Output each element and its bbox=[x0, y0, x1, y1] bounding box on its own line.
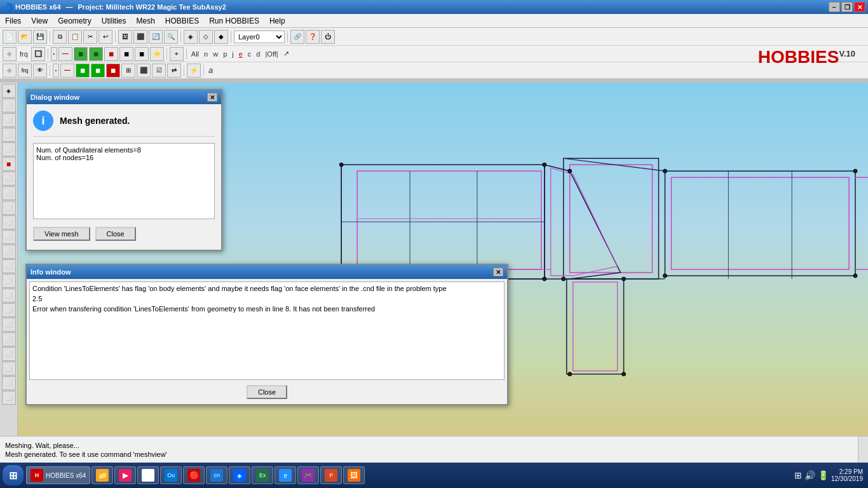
snap-j[interactable]: j bbox=[230, 50, 235, 58]
taskbar-app-red[interactable]: 🔴 bbox=[183, 466, 205, 484]
tb3-check[interactable]: ☑ bbox=[152, 64, 166, 78]
layer-select[interactable]: Layer0 bbox=[234, 30, 285, 43]
render-btn1[interactable]: ◈ bbox=[184, 30, 198, 44]
minimize-button[interactable]: − bbox=[829, 2, 840, 12]
open-btn[interactable]: 📂 bbox=[18, 30, 32, 44]
tb3-red[interactable]: — bbox=[60, 64, 74, 78]
start-button[interactable]: ⊞ bbox=[3, 465, 24, 485]
line-btn[interactable]: — bbox=[58, 47, 72, 61]
view-btn1[interactable]: 🖼 bbox=[118, 30, 132, 44]
menu-help[interactable]: Help bbox=[264, 14, 290, 27]
sb-btn-14[interactable]: ⬜ bbox=[2, 274, 16, 288]
taskbar-media[interactable]: ▶ bbox=[114, 466, 136, 484]
tb3-arrows[interactable]: ⇄ bbox=[167, 64, 181, 78]
close-button[interactable]: ✕ bbox=[854, 2, 865, 12]
taskbar-ppt[interactable]: P bbox=[320, 466, 342, 484]
sb-btn-12[interactable]: ⬜ bbox=[2, 245, 16, 259]
sb-btn-22[interactable]: ⬜ bbox=[2, 391, 16, 405]
sb-btn-1[interactable]: ◈ bbox=[2, 84, 16, 98]
sb-btn-8[interactable]: ⬜ bbox=[2, 186, 16, 200]
copy-btn[interactable]: ⧉ bbox=[53, 30, 67, 44]
info-close-button[interactable]: Close bbox=[247, 385, 287, 399]
sb-btn-19[interactable]: ⬜ bbox=[2, 347, 16, 361]
sb-btn-6[interactable]: ◼ bbox=[2, 157, 16, 171]
tb3-select[interactable]: ⊹ bbox=[3, 64, 17, 78]
tb3-g1[interactable]: ◼ bbox=[76, 64, 90, 78]
sb-btn-7[interactable]: ⬜ bbox=[2, 172, 16, 186]
point-btn[interactable]: · bbox=[51, 47, 57, 61]
menu-hobbies[interactable]: HOBBIES bbox=[160, 14, 204, 27]
poly-btn[interactable]: ◼ bbox=[74, 47, 88, 61]
arc-btn[interactable]: ◼ bbox=[104, 47, 118, 61]
sb-btn-3[interactable]: ⬜ bbox=[2, 113, 16, 127]
snap-run[interactable]: ↗ bbox=[281, 50, 291, 58]
sb-btn-17[interactable]: ⬜ bbox=[2, 318, 16, 332]
sb-btn-21[interactable]: ⬜ bbox=[2, 376, 16, 390]
sb-btn-10[interactable]: ⬜ bbox=[2, 215, 16, 229]
info-text-area[interactable]: Condition 'LinesToElements' has flag 'on… bbox=[29, 281, 505, 380]
view-mesh-button[interactable]: View mesh bbox=[33, 227, 90, 241]
power-btn[interactable]: ⏻ bbox=[321, 30, 335, 44]
sb-btn-20[interactable]: ⬜ bbox=[2, 362, 16, 376]
snap-off[interactable]: |Off| bbox=[263, 50, 280, 58]
dialog-close-button[interactable]: Close bbox=[95, 227, 136, 241]
taskbar-outlook[interactable]: Ou bbox=[160, 466, 182, 484]
taskbar-excel[interactable]: Ex bbox=[252, 466, 273, 484]
taskbar-hobbies[interactable]: H HOBBIES x64 bbox=[26, 466, 90, 484]
status-scrollbar[interactable] bbox=[858, 437, 868, 463]
snap-w[interactable]: w bbox=[211, 50, 220, 58]
sb-btn-4[interactable]: ⬜ bbox=[2, 128, 16, 142]
taskbar-app2[interactable]: cn bbox=[206, 466, 227, 484]
tb3-grid[interactable]: ⊞ bbox=[121, 64, 135, 78]
cut-btn[interactable]: ✂ bbox=[83, 30, 97, 44]
new-btn[interactable]: 📄 bbox=[3, 30, 17, 44]
tb3-flash[interactable]: ⚡ bbox=[187, 64, 201, 78]
view-btn2[interactable]: ⬛ bbox=[133, 30, 147, 44]
taskbar-ie[interactable]: e bbox=[275, 466, 296, 484]
menu-mesh[interactable]: Mesh bbox=[132, 14, 160, 27]
rotate-btn[interactable]: 🔄 bbox=[149, 30, 163, 44]
restore-button[interactable]: ❐ bbox=[841, 2, 853, 12]
tb3-g2[interactable]: ◼ bbox=[91, 64, 105, 78]
snap-c[interactable]: c bbox=[246, 50, 254, 58]
taskbar-dropbox[interactable]: ◈ bbox=[229, 466, 250, 484]
sb-btn-16[interactable]: ⬜ bbox=[2, 303, 16, 317]
info-close-x-button[interactable]: ✕ bbox=[493, 268, 503, 276]
snap-n[interactable]: n bbox=[202, 50, 210, 58]
clock[interactable]: 2:29 PM 12/30/2019 bbox=[831, 468, 863, 482]
select-btn[interactable]: ⊹ bbox=[3, 47, 17, 61]
snap-e[interactable]: e bbox=[237, 50, 245, 58]
snap-btn[interactable]: ⌖ bbox=[170, 47, 184, 61]
sb-btn-11[interactable]: ⬜ bbox=[2, 230, 16, 244]
tb3-b1[interactable]: ⬛ bbox=[137, 64, 151, 78]
sb-btn-18[interactable]: ⬜ bbox=[2, 332, 16, 346]
zoom-btn[interactable]: 🔍 bbox=[164, 30, 178, 44]
menu-view[interactable]: View bbox=[26, 14, 53, 27]
sb-btn-15[interactable]: ⬜ bbox=[2, 288, 16, 302]
dialog-close-x-button[interactable]: ✕ bbox=[207, 93, 217, 102]
menu-files[interactable]: Files bbox=[0, 14, 26, 27]
render-btn2[interactable]: ◇ bbox=[199, 30, 213, 44]
tb2-btn1[interactable]: 🔲 bbox=[31, 47, 45, 61]
sb-btn-9[interactable]: ⬜ bbox=[2, 201, 16, 215]
sb-btn-13[interactable]: ⬜ bbox=[2, 259, 16, 273]
tb3-eye[interactable]: 👁 bbox=[33, 64, 47, 78]
circle-btn[interactable]: ◼ bbox=[89, 47, 103, 61]
snap-p[interactable]: p bbox=[221, 50, 229, 58]
render-btn3[interactable]: ◆ bbox=[214, 30, 228, 44]
surf-btn[interactable]: ◼ bbox=[135, 47, 149, 61]
tb3-c1[interactable]: · bbox=[53, 64, 59, 78]
help-btn2[interactable]: ❓ bbox=[306, 30, 320, 44]
menu-geometry[interactable]: Geometry bbox=[53, 14, 97, 27]
taskbar-photo[interactable]: 🖼 bbox=[343, 466, 365, 484]
menu-utilities[interactable]: Utilities bbox=[97, 14, 132, 27]
sb-btn-2[interactable]: ⬜ bbox=[2, 98, 16, 112]
link-btn[interactable]: 🔗 bbox=[290, 30, 304, 44]
nurbs-btn[interactable]: ⭐ bbox=[150, 47, 164, 61]
paste-btn[interactable]: 📋 bbox=[68, 30, 82, 44]
taskbar-games[interactable]: 🎮 bbox=[297, 466, 319, 484]
sb-btn-5[interactable]: ⬜ bbox=[2, 142, 16, 156]
save-btn[interactable]: 💾 bbox=[33, 30, 47, 44]
undo-btn[interactable]: ↩ bbox=[98, 30, 112, 44]
snap-d[interactable]: d bbox=[254, 50, 262, 58]
